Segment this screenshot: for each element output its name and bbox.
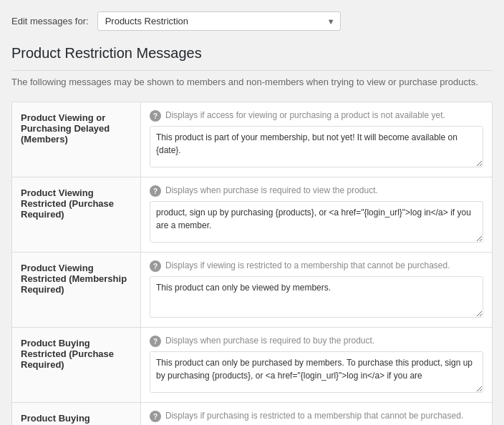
edit-messages-label: Edit messages for:: [11, 16, 89, 26]
message-content-cell: ?Displays if viewing is restricted to a …: [141, 253, 493, 328]
help-icon[interactable]: ?: [150, 336, 161, 347]
message-label: Product Buying Restricted (Purchase Requ…: [12, 328, 141, 403]
help-icon[interactable]: ?: [150, 110, 161, 122]
help-icon[interactable]: ?: [150, 185, 161, 197]
message-content-cell: ?Displays if access for viewing or purch…: [141, 102, 493, 177]
help-row: ?Displays if access for viewing or purch…: [150, 109, 483, 122]
table-row: Product Viewing Restricted (Purchase Req…: [12, 177, 493, 253]
field-description: Displays if access for viewing or purcha…: [165, 109, 445, 122]
message-label: Product Viewing Restricted (Membership R…: [12, 253, 141, 328]
section-title: Product Restriction Messages: [11, 45, 493, 71]
help-icon[interactable]: ?: [150, 411, 161, 422]
help-row: ?Displays when purchase is required to b…: [150, 335, 483, 347]
help-row: ?Displays if viewing is restricted to a …: [150, 260, 483, 272]
table-row: Product Viewing Restricted (Membership R…: [12, 253, 493, 328]
table-row: Product Buying Restricted (Membership Re…: [12, 403, 493, 426]
table-row: Product Buying Restricted (Purchase Requ…: [12, 328, 493, 403]
message-textarea[interactable]: [150, 276, 483, 318]
message-textarea[interactable]: [150, 201, 483, 243]
edit-messages-select[interactable]: Products Restriction: [97, 11, 341, 31]
message-content-cell: ?Displays when purchase is required to v…: [141, 177, 493, 253]
message-textarea[interactable]: [150, 126, 483, 167]
field-description: Displays if viewing is restricted to a m…: [165, 260, 450, 272]
message-label: Product Buying Restricted (Membership Re…: [12, 403, 141, 426]
message-label: Product Viewing or Purchasing Delayed (M…: [12, 102, 141, 177]
field-description: Displays when purchase is required to bu…: [165, 335, 374, 347]
field-description: Displays when purchase is required to vi…: [165, 185, 378, 197]
page-wrapper: Edit messages for: Products Restriction …: [11, 11, 493, 425]
help-row: ?Displays when purchase is required to v…: [150, 185, 483, 197]
dropdown-wrapper: Products Restriction ▼: [97, 11, 341, 31]
help-icon[interactable]: ?: [150, 260, 161, 272]
help-row: ?Displays if purchasing is restricted to…: [150, 410, 483, 422]
table-row: Product Viewing or Purchasing Delayed (M…: [12, 102, 493, 177]
message-content-cell: ?Displays if purchasing is restricted to…: [141, 403, 493, 426]
section-description: The following messages may be shown to m…: [11, 77, 493, 87]
message-label: Product Viewing Restricted (Purchase Req…: [12, 177, 141, 253]
messages-table: Product Viewing or Purchasing Delayed (M…: [11, 102, 493, 425]
edit-messages-row: Edit messages for: Products Restriction …: [11, 11, 493, 31]
message-textarea[interactable]: [150, 351, 483, 393]
field-description: Displays if purchasing is restricted to …: [165, 410, 463, 422]
message-content-cell: ?Displays when purchase is required to b…: [141, 328, 493, 403]
